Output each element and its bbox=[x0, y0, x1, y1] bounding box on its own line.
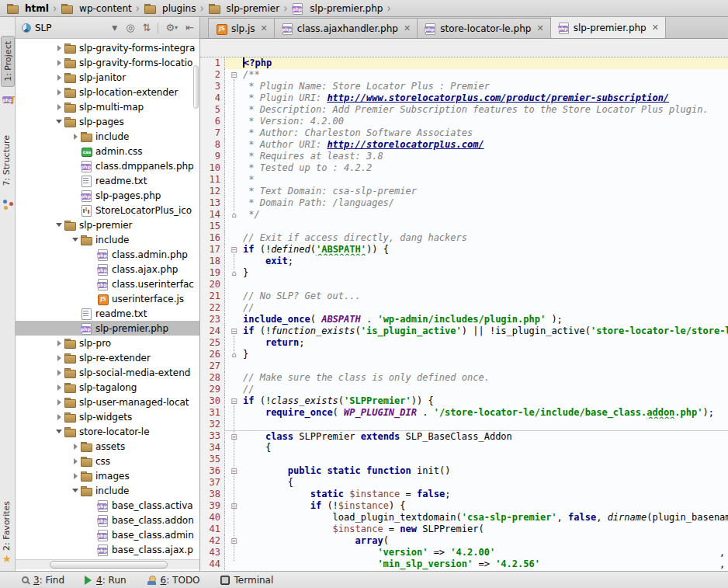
collapsed-arrow-icon[interactable] bbox=[71, 473, 80, 479]
editor-tab[interactable]: slp.js✕ bbox=[208, 18, 275, 38]
tree-row[interactable]: assets bbox=[16, 439, 199, 454]
close-icon[interactable]: ✕ bbox=[536, 23, 543, 33]
tree-row[interactable]: class.admin.php bbox=[16, 247, 199, 262]
expanded-arrow-icon[interactable] bbox=[71, 489, 80, 492]
breadcrumb-item[interactable]: plugins bbox=[142, 3, 197, 14]
favorites-star-icon[interactable]: ★ bbox=[2, 553, 12, 565]
collapsed-arrow-icon[interactable] bbox=[71, 444, 80, 450]
tree-row[interactable]: images bbox=[16, 468, 199, 483]
statusbar-item-find[interactable]: 3: Find bbox=[22, 575, 64, 586]
tree-item-label: slp-tagalong bbox=[79, 382, 137, 393]
tree-vertical-scrollbar[interactable] bbox=[193, 65, 199, 109]
line-number: 12 bbox=[200, 186, 225, 197]
tree-row[interactable]: slp-gravity-forms-locatio bbox=[16, 55, 199, 70]
tree-row[interactable]: slp-pages bbox=[16, 114, 199, 129]
tree-row[interactable]: base_class.ajax.p bbox=[16, 542, 199, 557]
editor-tab[interactable]: class.ajaxhandler.php✕ bbox=[274, 18, 418, 38]
tree-row[interactable]: slp-premier bbox=[16, 217, 199, 232]
statusbar-item-terminal[interactable]: Terminal bbox=[220, 575, 274, 586]
collapsed-arrow-icon[interactable] bbox=[54, 75, 64, 81]
collapsed-arrow-icon[interactable] bbox=[54, 414, 64, 420]
tree-row[interactable]: include bbox=[16, 129, 199, 144]
expanded-arrow-icon[interactable] bbox=[54, 223, 64, 227]
php-structure-icon[interactable]: phpʃ bbox=[2, 95, 13, 105]
breadcrumb-item[interactable]: wp-content bbox=[59, 3, 133, 14]
tree-row[interactable]: slp-janitor bbox=[16, 70, 199, 85]
collapsed-arrow-icon[interactable] bbox=[54, 370, 64, 376]
line-number: 40 bbox=[200, 512, 225, 524]
tree-item-label: include bbox=[95, 235, 129, 245]
close-icon[interactable]: ✕ bbox=[652, 23, 659, 33]
tree-row[interactable]: userinterface.js bbox=[16, 291, 199, 306]
tree-row[interactable]: slp-location-extender bbox=[16, 85, 199, 99]
breadcrumb-item[interactable]: slp-premier bbox=[206, 3, 282, 14]
tree-row[interactable]: slp-pages.php bbox=[16, 188, 199, 203]
statusbar-item-run[interactable]: 4: Run bbox=[85, 575, 127, 586]
tree-row[interactable]: include bbox=[16, 483, 199, 498]
tree-row[interactable]: slp-widgets bbox=[16, 409, 199, 424]
tree-row[interactable]: slp-re-extender bbox=[16, 350, 199, 365]
collapsed-arrow-icon[interactable] bbox=[54, 355, 64, 361]
code-editor[interactable]: 1<?php2⊟/**3 * Plugin Name: Store Locato… bbox=[200, 57, 728, 571]
tree-row[interactable]: slp-multi-map bbox=[16, 99, 199, 114]
stripe-label-favorites[interactable]: 2: Favorites bbox=[2, 501, 12, 551]
tree-row[interactable]: include bbox=[16, 232, 199, 247]
gear-icon[interactable]: ⚙▾ bbox=[163, 20, 180, 36]
tree-row[interactable]: slp-user-managed-locat bbox=[16, 395, 199, 409]
tree-horizontal-scrollbar[interactable] bbox=[16, 559, 199, 569]
tree-row[interactable]: readme.txt bbox=[16, 306, 199, 321]
collapse-all-icon[interactable]: ⇅ bbox=[140, 20, 154, 36]
stripe-button-project[interactable]: 1: Project bbox=[1, 36, 15, 87]
tree-row[interactable]: base_class.addon bbox=[16, 513, 199, 527]
collapsed-arrow-icon[interactable] bbox=[71, 134, 80, 140]
folder-icon bbox=[64, 57, 76, 68]
tree-row[interactable]: admin.css bbox=[16, 144, 199, 158]
editor-tab[interactable]: store-locator-le.php✕ bbox=[417, 18, 550, 38]
file-icon-php bbox=[96, 500, 109, 511]
expanded-arrow-icon[interactable] bbox=[54, 120, 64, 124]
collapsed-arrow-icon[interactable] bbox=[54, 384, 64, 391]
scope-selector[interactable]: SLP ▼ bbox=[19, 21, 120, 35]
code-line: 4 * Plugin URI: http://www.storelocatorp… bbox=[200, 92, 728, 104]
tree-row[interactable]: class.dmppanels.php bbox=[16, 158, 199, 173]
locate-icon[interactable]: ◎ bbox=[123, 20, 137, 36]
expanded-arrow-icon[interactable] bbox=[54, 430, 64, 433]
tree-row[interactable]: StoreLocatorPlus_ico bbox=[16, 203, 199, 217]
tree-row[interactable]: base_class.admin bbox=[16, 527, 199, 542]
tool-window-stripe: 1: Project phpʃ 7: Structure 2: Favorite… bbox=[0, 17, 16, 571]
breadcrumb-item[interactable]: slp-premier.php bbox=[289, 3, 384, 14]
hide-panel-icon[interactable]: ⇤ bbox=[183, 20, 196, 36]
tree-row[interactable]: css bbox=[16, 454, 199, 468]
tree-row[interactable]: readme.txt bbox=[16, 173, 199, 188]
tree-row[interactable]: class.userinterfac bbox=[16, 277, 199, 291]
collapsed-arrow-icon[interactable] bbox=[54, 399, 64, 405]
expanded-arrow-icon[interactable] bbox=[71, 238, 80, 242]
collapsed-arrow-icon[interactable] bbox=[54, 89, 64, 96]
collapsed-arrow-icon[interactable] bbox=[54, 45, 64, 51]
stripe-label-structure[interactable]: 7: Structure bbox=[2, 135, 12, 186]
tree-row[interactable]: class.ajax.php bbox=[16, 262, 199, 277]
tab-label: slp-premier.php bbox=[574, 23, 647, 33]
tree-row[interactable]: slp-gravity-forms-integra bbox=[16, 40, 199, 55]
tree-row[interactable]: base_class.activa bbox=[16, 498, 199, 513]
close-icon[interactable]: ✕ bbox=[261, 23, 268, 33]
folder-icon bbox=[64, 220, 76, 231]
structure-icon[interactable] bbox=[2, 199, 13, 210]
collapsed-arrow-icon[interactable] bbox=[71, 458, 80, 464]
collapsed-arrow-icon[interactable] bbox=[54, 340, 64, 346]
tree-row[interactable]: slp-pro bbox=[16, 336, 199, 350]
collapsed-arrow-icon[interactable] bbox=[54, 104, 64, 110]
close-icon[interactable]: ✕ bbox=[404, 23, 411, 33]
tree-item-label: slp-location-extender bbox=[79, 87, 178, 98]
tree-row[interactable]: store-locator-le bbox=[16, 424, 199, 439]
breadcrumb-item[interactable]: html bbox=[5, 3, 50, 14]
folder-icon bbox=[64, 87, 76, 98]
statusbar-item-todo[interactable]: 6: TODO bbox=[147, 575, 200, 586]
tree-item-label: images bbox=[95, 471, 130, 482]
editor-tab[interactable]: slp-premier.php✕ bbox=[550, 16, 666, 38]
collapsed-arrow-icon[interactable] bbox=[54, 60, 64, 66]
line-number: 10 bbox=[200, 162, 225, 174]
tree-row[interactable]: slp-social-media-extend bbox=[16, 365, 199, 380]
tree-row[interactable]: slp-premier.php bbox=[16, 321, 199, 336]
tree-row[interactable]: slp-tagalong bbox=[16, 380, 199, 395]
